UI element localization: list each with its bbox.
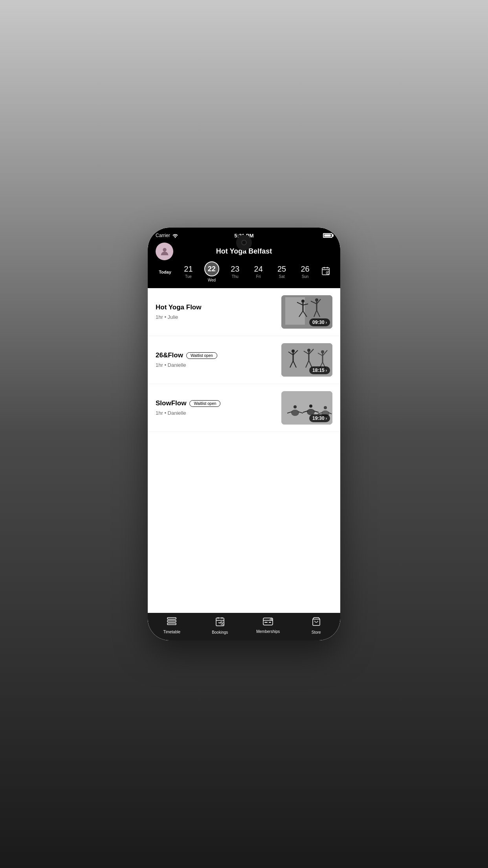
- nav-bookings-label: Bookings: [212, 630, 228, 634]
- time-overlay-1: 09:30 ›: [309, 318, 330, 326]
- svg-point-10: [301, 300, 305, 303]
- class-details-2: 1hr • Danielle: [156, 362, 186, 368]
- day-name-fri: Fri: [256, 274, 261, 279]
- day-26[interactable]: 26 Sun: [298, 265, 313, 279]
- today-label: Today: [158, 270, 172, 274]
- class-details-3: 1hr • Danielle: [156, 410, 186, 416]
- calendar-icon[interactable]: [321, 266, 330, 278]
- class-name-3: SlowFlow: [156, 399, 186, 407]
- today-label-container: Today: [158, 270, 172, 274]
- svg-rect-70: [264, 622, 268, 623]
- day-23[interactable]: 23 Thu: [227, 265, 242, 279]
- day-number-25: 25: [277, 265, 286, 273]
- waitlist-badge-3: Waitlist open: [189, 400, 220, 407]
- svg-point-51: [324, 406, 327, 409]
- svg-point-0: [163, 248, 166, 251]
- front-camera: [236, 235, 252, 250]
- svg-point-24: [292, 349, 295, 353]
- svg-point-44: [291, 410, 299, 416]
- day-name-sun: Sun: [302, 274, 309, 279]
- timetable-icon: [167, 617, 176, 628]
- day-22[interactable]: 22 Wed: [204, 261, 219, 282]
- carrier-label: Carrier: [156, 233, 178, 238]
- phone-frame: Carrier 5:31 PM Ho: [148, 228, 340, 640]
- nav-store-label: Store: [312, 630, 321, 634]
- class-details-1: 1hr • Julie: [156, 314, 178, 320]
- svg-rect-56: [167, 620, 176, 622]
- nav-timetable[interactable]: Timetable: [160, 617, 183, 634]
- nav-timetable-label: Timetable: [163, 630, 180, 634]
- class-time-2: 18:15: [312, 368, 325, 373]
- bookings-icon: [216, 617, 224, 629]
- class-name-2: 26&Flow: [156, 351, 183, 359]
- nav-store[interactable]: Store: [305, 617, 328, 634]
- svg-rect-57: [167, 623, 176, 625]
- chevron-icon-2: ›: [326, 368, 327, 373]
- day-name-wed: Wed: [208, 278, 216, 282]
- battery-indicator: [323, 233, 332, 238]
- wifi-icon: [172, 233, 178, 238]
- day-name-tue: Tue: [185, 274, 192, 279]
- bottom-nav: Timetable Bookings: [148, 613, 340, 640]
- svg-point-30: [307, 349, 310, 352]
- class-thumbnail-3[interactable]: 19:30 ›: [281, 391, 332, 425]
- class-info-1: Hot Yoga Flow 1hr • Julie: [156, 303, 275, 320]
- class-thumbnail-1[interactable]: 09:30 ›: [281, 295, 332, 329]
- svg-point-36: [321, 350, 324, 353]
- nav-memberships-label: Memberships: [256, 629, 280, 634]
- svg-rect-55: [167, 618, 176, 619]
- day-number-24: 24: [254, 265, 263, 273]
- class-item-slowflow[interactable]: SlowFlow Waitlist open 1hr • Danielle: [148, 384, 340, 432]
- class-item-hot-yoga-flow[interactable]: Hot Yoga Flow 1hr • Julie: [148, 288, 340, 336]
- calendar-strip: Today 21 Tue 22 Wed 23 Thu 24 Fri: [156, 261, 332, 282]
- class-name-row-3: SlowFlow Waitlist open: [156, 399, 275, 407]
- time-overlay-2: 18:15 ›: [309, 366, 330, 374]
- screen: Carrier 5:31 PM Ho: [148, 228, 340, 640]
- nav-bookings[interactable]: Bookings: [208, 617, 232, 634]
- day-number-26: 26: [301, 265, 309, 273]
- svg-rect-71: [269, 622, 271, 623]
- class-time-3: 19:30: [312, 416, 325, 421]
- day-24[interactable]: 24 Fri: [251, 265, 266, 279]
- day-25[interactable]: 25 Sat: [274, 265, 289, 279]
- class-name-row-2: 26&Flow Waitlist open: [156, 351, 275, 359]
- nav-memberships[interactable]: Memberships: [256, 618, 280, 634]
- day-21[interactable]: 21 Tue: [181, 265, 196, 279]
- class-item-26flow[interactable]: 26&Flow Waitlist open 1hr • Danielle: [148, 336, 340, 384]
- chevron-icon-3: ›: [326, 416, 327, 421]
- user-avatar[interactable]: [156, 243, 173, 260]
- avatar-icon: [159, 246, 170, 257]
- chevron-icon-1: ›: [326, 320, 327, 325]
- day-number-21: 21: [184, 265, 193, 273]
- store-icon: [312, 617, 321, 629]
- day-number-23: 23: [231, 265, 239, 273]
- class-thumbnail-2[interactable]: 18:15 ›: [281, 343, 332, 377]
- svg-point-47: [309, 405, 312, 408]
- svg-point-16: [315, 298, 318, 302]
- time-overlay-3: 19:30 ›: [309, 414, 330, 422]
- waitlist-badge-2: Waitlist open: [186, 352, 217, 359]
- svg-point-43: [294, 405, 297, 408]
- day-number-22: 22: [204, 261, 219, 276]
- memberships-icon: [263, 618, 273, 628]
- class-name-1: Hot Yoga Flow: [156, 303, 201, 311]
- class-info-2: 26&Flow Waitlist open 1hr • Danielle: [156, 351, 275, 368]
- day-name-thu: Thu: [232, 274, 238, 279]
- class-time-1: 09:30: [312, 320, 325, 325]
- class-list: Hot Yoga Flow 1hr • Julie: [148, 288, 340, 613]
- class-info-3: SlowFlow Waitlist open 1hr • Danielle: [156, 399, 275, 416]
- class-name-row-1: Hot Yoga Flow: [156, 303, 275, 311]
- day-name-sat: Sat: [279, 274, 285, 279]
